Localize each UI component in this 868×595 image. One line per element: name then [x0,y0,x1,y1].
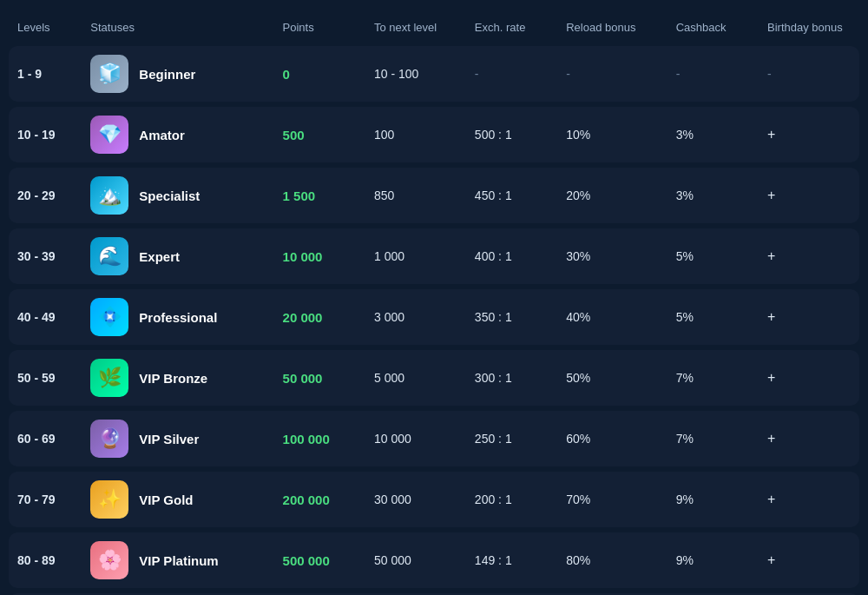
cell-status: 🔮VIP Silver [82,411,273,466]
cell-reload-bonus: 50% [557,350,667,406]
cell-to-next-level: 10 - 100 [365,46,466,102]
cell-reload-bonus: 10% [557,107,667,162]
cell-reload-bonus: 40% [557,289,667,345]
cell-to-next-level: 3 000 [365,289,466,345]
status-icon-specialist: 🏔️ [90,176,128,215]
cell-points: 500 [274,107,365,162]
cell-to-next-level: 5 000 [365,350,466,406]
cell-cashback: 9% [667,472,759,527]
table-row: 20 - 29🏔️Specialist1 500850450 : 120%3%+ [9,168,859,223]
levels-table: Levels Statuses Points To next level Exc… [9,9,859,595]
cell-to-next-level: 100 [365,107,466,162]
status-icon-vip-gold: ✨ [90,480,128,519]
levels-table-container: Levels Statuses Points To next level Exc… [0,0,868,595]
col-to-next-level: To next level [365,14,466,41]
cell-birthday-bonus: + [759,532,859,588]
status-icon-vip-bronze: 🌿 [90,359,128,397]
cell-points: 20 000 [274,289,365,345]
table-row: 50 - 59🌿VIP Bronze50 0005 000300 : 150%7… [9,350,859,406]
cell-exch-rate: 200 : 1 [466,472,557,527]
col-levels: Levels [9,14,82,41]
cell-status: 🧊Beginner [82,46,273,102]
cell-reload-bonus: - [557,46,667,102]
status-name-expert: Expert [139,249,180,264]
cell-levels: 40 - 49 [9,289,82,345]
cell-cashback: - [667,46,759,102]
plus-birthday: + [767,127,775,142]
cell-levels: 1 - 9 [9,46,82,102]
status-icon-vip-silver: 🔮 [90,420,128,458]
cell-birthday-bonus: + [759,168,859,223]
cell-cashback: 7% [667,350,759,406]
cell-exch-rate: 500 : 1 [466,107,557,162]
cell-reload-bonus: 60% [557,411,667,466]
cell-cashback: 5% [667,289,759,345]
cell-exch-rate: 450 : 1 [466,168,557,223]
cell-points: 1 500 [274,168,365,223]
col-points: Points [274,14,365,41]
col-birthday-bonus: Birthday bonus [759,14,859,41]
cell-levels: 30 - 39 [9,228,82,284]
cell-reload-bonus: 20% [557,168,667,223]
cell-status: 💎Amator [82,107,273,162]
table-row: 60 - 69🔮VIP Silver100 00010 000250 : 160… [9,411,859,466]
cell-levels: 20 - 29 [9,168,82,223]
dash-exch: - [475,67,479,81]
cell-reload-bonus: 30% [557,228,667,284]
status-name-vip-gold: VIP Gold [139,493,193,507]
cell-cashback: 5% [667,228,759,284]
status-name-beginner: Beginner [139,67,195,82]
cell-levels: 10 - 19 [9,107,82,162]
table-row: 70 - 79✨VIP Gold200 00030 000200 : 170%9… [9,472,859,527]
cell-birthday-bonus: + [759,107,859,162]
cell-points: 0 [274,46,365,102]
status-name-vip-platinum: VIP Platinum [139,553,218,568]
status-icon-professional: 💠 [90,298,128,336]
status-name-vip-silver: VIP Silver [139,432,199,446]
cell-reload-bonus: 70% [557,472,667,527]
plus-birthday: + [767,431,775,446]
cell-status: 🌸VIP Platinum [82,532,273,588]
dash-reload: - [566,67,570,81]
table-row: 1 - 9🧊Beginner010 - 100---- [9,46,859,102]
cell-birthday-bonus: + [759,228,859,284]
col-exch-rate: Exch. rate [466,14,557,41]
cell-exch-rate: 300 : 1 [466,350,557,406]
cell-cashback: 3% [667,107,759,162]
table-row: 10 - 19💎Amator500100500 : 110%3%+ [9,107,859,162]
status-icon-beginner: 🧊 [90,55,128,93]
col-reload-bonus: Reload bonus [557,14,667,41]
cell-status: 🌿VIP Bronze [82,350,273,406]
status-icon-amator: 💎 [90,116,128,154]
table-row: 40 - 49💠Professional20 0003 000350 : 140… [9,289,859,345]
status-name-vip-bronze: VIP Bronze [139,371,207,386]
cell-points: 100 000 [274,411,365,466]
cell-exch-rate: 350 : 1 [466,289,557,345]
cell-levels: 80 - 89 [9,532,82,588]
cell-to-next-level: 10 000 [365,411,466,466]
cell-cashback: 7% [667,411,759,466]
cell-cashback: 3% [667,168,759,223]
cell-birthday-bonus: + [759,350,859,406]
status-icon-vip-platinum: 🌸 [90,541,128,579]
table-row: 30 - 39🌊Expert10 0001 000400 : 130%5%+ [9,228,859,284]
cell-cashback: 9% [667,532,759,588]
plus-birthday: + [767,248,775,263]
cell-exch-rate: 250 : 1 [466,411,557,466]
cell-exch-rate: - [466,46,557,102]
cell-reload-bonus: 80% [557,532,667,588]
status-icon-expert: 🌊 [90,237,128,275]
cell-points: 500 000 [274,532,365,588]
cell-points: 50 000 [274,350,365,406]
cell-status: ✨VIP Gold [82,472,273,527]
plus-birthday: + [767,309,775,324]
cell-status: 💠Professional [82,289,273,345]
status-name-specialist: Specialist [139,188,200,203]
col-cashback: Cashback [667,14,759,41]
dash-birthday: - [767,67,772,81]
plus-birthday: + [767,188,775,202]
cell-exch-rate: 149 : 1 [466,532,557,588]
cell-birthday-bonus: + [759,411,859,466]
cell-levels: 50 - 59 [9,350,82,406]
status-name-professional: Professional [139,310,217,325]
